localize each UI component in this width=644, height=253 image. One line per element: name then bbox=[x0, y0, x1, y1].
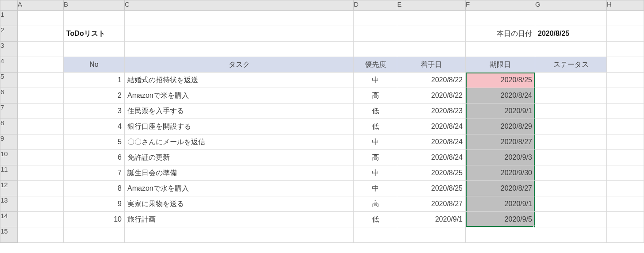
cell-no[interactable]: 4 bbox=[64, 119, 125, 134]
cell-D15[interactable] bbox=[354, 227, 397, 243]
cell-task[interactable]: 旅行計画 bbox=[125, 212, 354, 227]
cell-H8[interactable] bbox=[607, 119, 644, 134]
cell-A4[interactable] bbox=[18, 57, 64, 73]
cell-A13[interactable] bbox=[18, 196, 64, 212]
header-due[interactable]: 期限日 bbox=[466, 57, 535, 73]
cell-due[interactable]: 2020/8/27 bbox=[466, 134, 535, 150]
cell-no[interactable]: 3 bbox=[64, 104, 125, 119]
col-header-A[interactable]: A bbox=[18, 0, 64, 11]
cell-E2[interactable] bbox=[397, 26, 466, 42]
cell-priority[interactable]: 低 bbox=[354, 212, 397, 227]
cell-due[interactable]: 2020/8/24 bbox=[466, 88, 535, 104]
cell-C1[interactable] bbox=[125, 11, 354, 26]
cell-H15[interactable] bbox=[607, 227, 644, 243]
cell-C2[interactable] bbox=[125, 26, 354, 42]
cell-task[interactable]: 結婚式の招待状を返送 bbox=[125, 73, 354, 88]
cell-H11[interactable] bbox=[607, 165, 644, 181]
cell-priority[interactable]: 中 bbox=[354, 165, 397, 181]
cell-priority[interactable]: 中 bbox=[354, 134, 397, 150]
cell-A14[interactable] bbox=[18, 212, 64, 227]
cell-due[interactable]: 2020/8/27 bbox=[466, 181, 535, 196]
row-header-5[interactable]: 5 bbox=[0, 73, 18, 88]
cell-priority[interactable]: 高 bbox=[354, 88, 397, 104]
cell-C15[interactable] bbox=[125, 227, 354, 243]
header-no[interactable]: No bbox=[64, 57, 125, 73]
cell-A15[interactable] bbox=[18, 227, 64, 243]
col-header-H[interactable]: H bbox=[607, 0, 644, 11]
cell-priority[interactable]: 低 bbox=[354, 119, 397, 134]
cell-A1[interactable] bbox=[18, 11, 64, 26]
cell-task[interactable]: Amazonで米を購入 bbox=[125, 88, 354, 104]
cell-H9[interactable] bbox=[607, 134, 644, 150]
cell-E1[interactable] bbox=[397, 11, 466, 26]
cell-F2-today-label[interactable]: 本日の日付 bbox=[466, 26, 535, 42]
cell-priority[interactable]: 高 bbox=[354, 150, 397, 165]
row-header-6[interactable]: 6 bbox=[0, 88, 18, 104]
col-header-D[interactable]: D bbox=[354, 0, 397, 11]
col-header-C[interactable]: C bbox=[125, 0, 354, 11]
cell-B15[interactable] bbox=[64, 227, 125, 243]
cell-H12[interactable] bbox=[607, 181, 644, 196]
row-header-1[interactable]: 1 bbox=[0, 11, 18, 26]
cell-due[interactable]: 2020/8/29 bbox=[466, 119, 535, 134]
cell-A8[interactable] bbox=[18, 119, 64, 134]
cell-start[interactable]: 2020/9/1 bbox=[397, 212, 466, 227]
cell-start[interactable]: 2020/8/24 bbox=[397, 150, 466, 165]
cell-A11[interactable] bbox=[18, 165, 64, 181]
cell-A6[interactable] bbox=[18, 88, 64, 104]
cell-start[interactable]: 2020/8/23 bbox=[397, 104, 466, 119]
row-header-7[interactable]: 7 bbox=[0, 104, 18, 119]
cell-no[interactable]: 1 bbox=[64, 73, 125, 88]
cell-H14[interactable] bbox=[607, 212, 644, 227]
cell-status[interactable] bbox=[535, 104, 607, 119]
cell-start[interactable]: 2020/8/22 bbox=[397, 73, 466, 88]
cell-G1[interactable] bbox=[535, 11, 607, 26]
cell-priority[interactable]: 中 bbox=[354, 181, 397, 196]
cell-H7[interactable] bbox=[607, 104, 644, 119]
row-header-4[interactable]: 4 bbox=[0, 57, 18, 73]
cell-H2[interactable] bbox=[607, 26, 644, 42]
row-header-14[interactable]: 14 bbox=[0, 212, 18, 227]
cell-A10[interactable] bbox=[18, 150, 64, 165]
cell-no[interactable]: 6 bbox=[64, 150, 125, 165]
col-header-F[interactable]: F bbox=[466, 0, 535, 11]
cell-no[interactable]: 5 bbox=[64, 134, 125, 150]
cell-H13[interactable] bbox=[607, 196, 644, 212]
cell-no[interactable]: 10 bbox=[64, 212, 125, 227]
row-header-13[interactable]: 13 bbox=[0, 196, 18, 212]
row-header-10[interactable]: 10 bbox=[0, 150, 18, 165]
cell-no[interactable]: 7 bbox=[64, 165, 125, 181]
cell-start[interactable]: 2020/8/27 bbox=[397, 196, 466, 212]
cell-task[interactable]: 〇〇さんにメールを返信 bbox=[125, 134, 354, 150]
cell-F15[interactable] bbox=[466, 227, 535, 243]
spreadsheet-grid[interactable]: A B C D E F G H 1 2 ToDoリスト 本日の日付 2020/8… bbox=[0, 0, 644, 243]
cell-G15[interactable] bbox=[535, 227, 607, 243]
cell-A2[interactable] bbox=[18, 26, 64, 42]
cell-priority[interactable]: 高 bbox=[354, 196, 397, 212]
cell-H5[interactable] bbox=[607, 73, 644, 88]
cell-due[interactable]: 2020/8/25 bbox=[466, 73, 535, 88]
col-header-B[interactable]: B bbox=[64, 0, 125, 11]
row-header-2[interactable]: 2 bbox=[0, 26, 18, 42]
cell-due[interactable]: 2020/9/30 bbox=[466, 165, 535, 181]
header-priority[interactable]: 優先度 bbox=[354, 57, 397, 73]
cell-D2[interactable] bbox=[354, 26, 397, 42]
row-header-8[interactable]: 8 bbox=[0, 119, 18, 134]
cell-status[interactable] bbox=[535, 73, 607, 88]
cell-task[interactable]: 誕生日会の準備 bbox=[125, 165, 354, 181]
cell-H1[interactable] bbox=[607, 11, 644, 26]
cell-G2-today-value[interactable]: 2020/8/25 bbox=[535, 26, 607, 42]
cell-priority[interactable]: 低 bbox=[354, 104, 397, 119]
cell-task[interactable]: Amazonで水を購入 bbox=[125, 181, 354, 196]
cell-due[interactable]: 2020/9/1 bbox=[466, 104, 535, 119]
row-header-11[interactable]: 11 bbox=[0, 165, 18, 181]
cell-status[interactable] bbox=[535, 150, 607, 165]
row-header-3[interactable]: 3 bbox=[0, 42, 18, 57]
row-header-12[interactable]: 12 bbox=[0, 181, 18, 196]
cell-start[interactable]: 2020/8/25 bbox=[397, 165, 466, 181]
cell-status[interactable] bbox=[535, 134, 607, 150]
cell-no[interactable]: 2 bbox=[64, 88, 125, 104]
cell-B3[interactable] bbox=[64, 42, 125, 57]
cell-status[interactable] bbox=[535, 212, 607, 227]
cell-E3[interactable] bbox=[397, 42, 466, 57]
